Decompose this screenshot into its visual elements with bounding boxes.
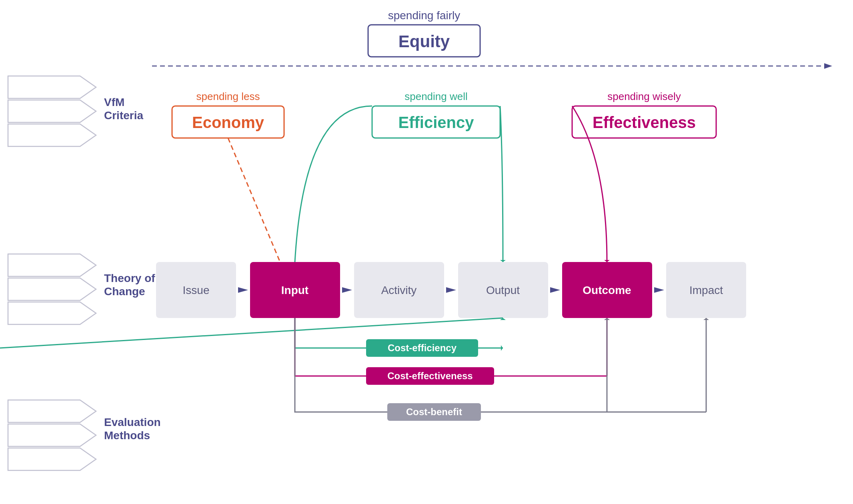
cost-effectiveness-left-path — [295, 318, 607, 376]
cost-benefit-outcome-head — [604, 318, 610, 320]
arrow-activity-output — [446, 287, 456, 293]
vfm-label2: Criteria — [104, 109, 143, 122]
main-container: VfM Criteria Theory of Change Evaluation… — [0, 0, 853, 504]
impact-box — [666, 262, 746, 318]
svg-marker-4 — [8, 278, 96, 300]
svg-marker-6 — [8, 400, 96, 422]
efficiency-arrow-head — [500, 260, 506, 262]
economy-box — [172, 106, 284, 138]
toc-chevrons — [8, 254, 96, 324]
input-box — [250, 262, 340, 318]
arrow-issue-input — [238, 287, 248, 293]
eval-label: Evaluation — [104, 416, 161, 428]
cost-effectiveness-up-head — [604, 318, 610, 320]
outcome-box — [562, 262, 652, 318]
equity-label: Equity — [398, 32, 450, 51]
cost-effectiveness-label: Cost-effectiveness — [387, 370, 473, 381]
economy-sublabel: spending less — [196, 90, 260, 102]
cost-benefit-label-box — [387, 403, 481, 421]
cost-benefit-label: Cost-benefit — [406, 406, 462, 417]
economy-label: Economy — [192, 114, 264, 131]
efficiency-sublabel: spending well — [404, 90, 468, 102]
svg-marker-7 — [8, 424, 96, 446]
activity-label: Activity — [381, 284, 417, 296]
vfm-criteria-chevrons — [8, 76, 96, 146]
efficiency-left-connector — [295, 106, 372, 262]
effectiveness-left-connector — [572, 106, 607, 262]
dashed-arrow-head — [824, 63, 832, 69]
effectiveness-box — [572, 106, 716, 138]
vfm-label: VfM — [104, 96, 124, 108]
input-label: Input — [281, 284, 308, 296]
impact-label: Impact — [689, 284, 723, 296]
svg-marker-3 — [8, 254, 96, 276]
effectiveness-label: Effectiveness — [593, 114, 696, 131]
efficiency-right-connector — [500, 106, 503, 262]
cost-efficiency-label: Cost-efficiency — [388, 342, 457, 353]
cost-benefit-up-head — [703, 318, 709, 320]
outcome-label: Outcome — [583, 284, 631, 296]
effectiveness-sublabel: spending wisely — [607, 90, 681, 102]
cost-efficiency-up-head — [500, 318, 506, 320]
toc-label: Theory of — [104, 272, 155, 284]
cost-efficiency-up-path — [0, 318, 503, 348]
cost-benefit-left-path — [295, 318, 706, 412]
equity-box — [368, 25, 480, 57]
arrow-input-activity — [342, 287, 352, 293]
issue-box — [156, 262, 236, 318]
toc-label2: Change — [104, 285, 145, 298]
effectiveness-arrow-head — [604, 260, 610, 262]
economy-dashed-connector — [228, 138, 280, 262]
svg-marker-5 — [8, 302, 96, 324]
efficiency-box — [372, 106, 500, 138]
output-box — [458, 262, 548, 318]
svg-marker-8 — [8, 448, 96, 470]
eval-label2: Methods — [104, 429, 150, 442]
cost-efficiency-label-box — [366, 339, 478, 357]
arrow-outcome-impact — [654, 287, 664, 293]
svg-marker-1 — [8, 100, 96, 122]
activity-box — [354, 262, 444, 318]
issue-label: Issue — [183, 284, 210, 296]
efficiency-label: Efficiency — [398, 114, 475, 131]
output-label: Output — [486, 284, 520, 296]
cost-efficiency-left-path — [295, 318, 503, 348]
equity-sublabel: spending fairly — [388, 9, 461, 22]
svg-marker-0 — [8, 76, 96, 98]
svg-marker-2 — [8, 124, 96, 146]
cost-effectiveness-label-box — [366, 367, 494, 385]
eval-chevrons — [8, 400, 96, 470]
cost-efficiency-right-arrow — [501, 345, 503, 351]
arrow-output-outcome — [550, 287, 560, 293]
